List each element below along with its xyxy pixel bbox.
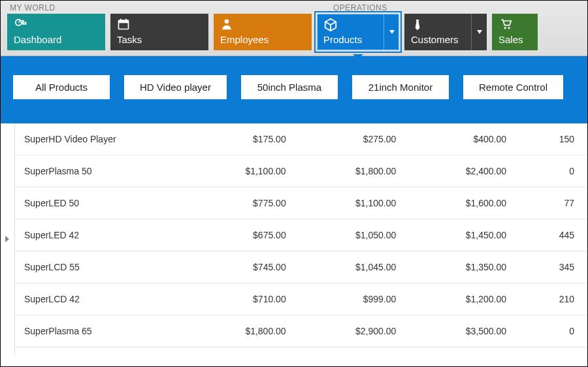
svg-point-0 — [16, 20, 22, 25]
products-grid: SuperHD Video Player$175.00$275.00$400.0… — [15, 123, 587, 355]
filter-50inch-plasma[interactable]: 50inch Plasma — [240, 74, 338, 100]
filter-21inch-monitor[interactable]: 21inch Monitor — [351, 74, 449, 100]
tile-products[interactable]: Products — [317, 14, 399, 50]
filter-all-products[interactable]: All Products — [12, 74, 110, 100]
svg-rect-1 — [22, 20, 24, 25]
tile-customers[interactable]: Customers — [404, 14, 487, 50]
cell-qty: 0 — [515, 166, 587, 176]
cell-qty: 0 — [515, 326, 587, 336]
cell-name: SuperHD Video Player — [15, 134, 185, 144]
cell-qty: 345 — [515, 262, 587, 272]
cell-price3: $400.00 — [405, 134, 515, 144]
tile-label: Dashboard — [14, 34, 99, 45]
cell-price3: $1,350.00 — [405, 262, 515, 272]
cell-price2: $2,900.00 — [295, 326, 406, 336]
cell-price1: $710.00 — [185, 294, 295, 304]
svg-rect-4 — [119, 20, 129, 23]
tie-icon — [411, 18, 424, 32]
cell-price2: $1,100.00 — [295, 198, 406, 208]
cell-qty: 210 — [515, 294, 587, 304]
cell-price3: $3,500.00 — [405, 326, 515, 336]
cell-price2: $1,045.00 — [295, 262, 406, 272]
cell-name: SuperLED 42 — [15, 230, 185, 240]
cell-qty: 150 — [515, 134, 587, 144]
svg-point-8 — [416, 20, 419, 22]
tile-label: Sales — [498, 34, 531, 45]
table-row[interactable]: SuperHD Video Player$175.00$275.00$400.0… — [15, 123, 587, 155]
cell-qty: 77 — [515, 198, 587, 208]
cell-name: SuperPlasma 50 — [15, 166, 185, 176]
filter-bar: All Products HD Video player 50inch Plas… — [1, 56, 587, 123]
cart-icon — [498, 18, 513, 31]
cell-price1: $175.00 — [185, 134, 295, 144]
cell-price2: $275.00 — [295, 134, 406, 144]
box-icon — [323, 18, 338, 32]
filter-hd-video-player[interactable]: HD Video player — [123, 74, 227, 100]
ribbon: MY WORLD OPERATIONS Dashboard Tasks Empl… — [1, 1, 587, 56]
cell-price1: $775.00 — [185, 198, 295, 208]
cell-price3: $1,600.00 — [405, 198, 515, 208]
calendar-icon — [117, 18, 130, 31]
tile-label: Tasks — [117, 34, 202, 45]
cell-price2: $1,050.00 — [295, 230, 406, 240]
table-row[interactable]: SuperLCD 42$710.00$999.00$1,200.00210 — [15, 283, 587, 315]
svg-rect-6 — [125, 19, 127, 22]
cell-price3: $2,400.00 — [405, 166, 515, 176]
dropdown-arrow-icon[interactable] — [384, 14, 399, 50]
tile-label: Employees — [220, 34, 305, 45]
cell-qty: 445 — [515, 230, 587, 240]
svg-rect-2 — [25, 22, 27, 25]
dropdown-arrow-icon[interactable] — [471, 14, 487, 50]
svg-point-9 — [504, 27, 506, 29]
tile-sales[interactable]: Sales — [492, 14, 538, 50]
cell-name: SuperLCD 42 — [15, 294, 185, 304]
tile-tasks[interactable]: Tasks — [110, 14, 208, 50]
svg-rect-5 — [120, 19, 122, 22]
tile-label: Customers — [411, 34, 480, 45]
table-row[interactable]: SuperLED 42$675.00$1,050.00$1,450.00445 — [15, 219, 587, 251]
svg-point-10 — [508, 27, 510, 29]
table-row[interactable]: SuperPlasma 50$1,100.00$1,800.00$2,400.0… — [15, 155, 587, 187]
group-label-operations: OPERATIONS — [324, 1, 387, 14]
cell-name: SuperLCD 55 — [15, 262, 185, 272]
person-icon — [220, 18, 233, 31]
cell-price1: $675.00 — [185, 230, 295, 240]
cell-price2: $1,800.00 — [295, 166, 406, 176]
tile-label: Products — [323, 34, 393, 45]
table-row[interactable]: SuperPlasma 65$1,800.00$2,900.00$3,500.0… — [15, 315, 587, 347]
cell-price1: $1,100.00 — [185, 166, 295, 176]
table-row[interactable]: SuperLED 50$775.00$1,100.00$1,600.0077 — [15, 187, 587, 219]
cell-price1: $745.00 — [185, 262, 295, 272]
table-row[interactable]: SuperLCD 55$745.00$1,045.00$1,350.00345 — [15, 251, 587, 283]
cell-price3: $1,200.00 — [405, 294, 515, 304]
tile-dashboard[interactable]: Dashboard — [7, 14, 105, 50]
grid-expander[interactable] — [1, 123, 15, 355]
cell-name: SuperLED 50 — [15, 198, 185, 208]
cell-price1: $1,800.00 — [185, 326, 295, 336]
tile-employees[interactable]: Employees — [214, 14, 312, 50]
group-label-my-world: MY WORLD — [1, 1, 324, 14]
dashboard-icon — [14, 18, 28, 32]
cell-name: SuperPlasma 65 — [15, 326, 185, 336]
cell-price2: $999.00 — [295, 294, 406, 304]
filter-remote-control[interactable]: Remote Control — [463, 74, 564, 100]
svg-point-7 — [225, 20, 229, 24]
active-pointer-icon — [353, 54, 363, 59]
cell-price3: $1,450.00 — [405, 230, 515, 240]
